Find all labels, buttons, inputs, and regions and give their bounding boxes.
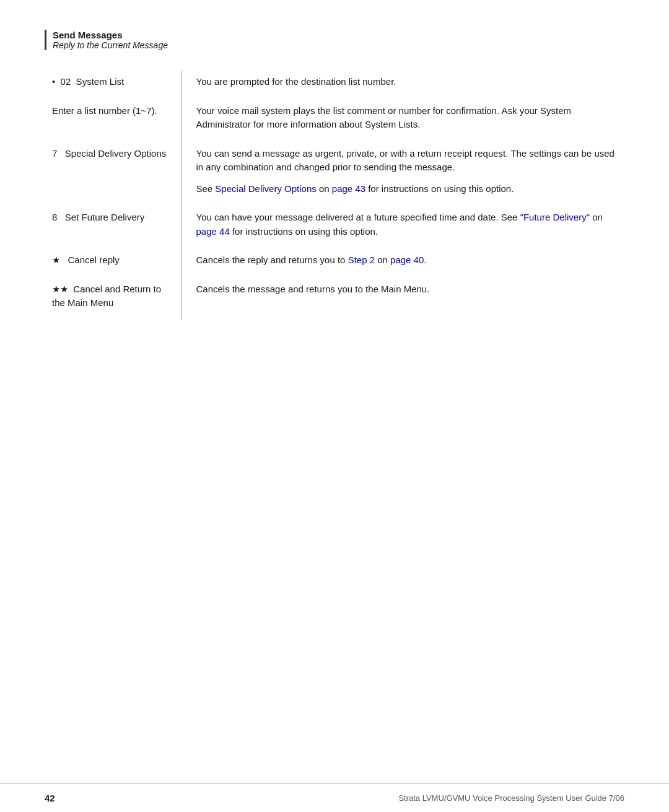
table-row: ★ Cancel reply Cancels the reply and ret… bbox=[45, 248, 624, 277]
future-delivery-label: 8 Set Future Delivery bbox=[52, 211, 168, 225]
bullet-icon: • bbox=[52, 76, 55, 87]
right-cell-system-list: You are prompted for the destination lis… bbox=[181, 70, 624, 99]
left-cell-system-list: • 02 System List bbox=[45, 70, 181, 99]
system-list-label: • 02 System List bbox=[52, 75, 168, 89]
list-number-label: Enter a list number (1~7). bbox=[52, 104, 168, 118]
right-cell-list-number: Your voice mail system plays the list co… bbox=[181, 99, 624, 142]
cancel-reply-label: ★ Cancel reply bbox=[52, 253, 168, 268]
special-delivery-desc-1: You can send a message as urgent, privat… bbox=[196, 147, 618, 175]
table-row: 7 Special Delivery Options You can send … bbox=[45, 142, 624, 206]
left-cell-list-number: Enter a list number (1~7). bbox=[45, 99, 181, 142]
left-cell-cancel-reply: ★ Cancel reply bbox=[45, 248, 181, 277]
special-delivery-options-link[interactable]: Special Delivery Options bbox=[215, 183, 316, 194]
page-40-link[interactable]: page 40 bbox=[390, 255, 424, 265]
left-cell-future-delivery: 8 Set Future Delivery bbox=[45, 206, 181, 248]
left-cell-cancel-main: ★★ Cancel and Return to the Main Menu bbox=[45, 277, 181, 320]
right-cell-cancel-main: Cancels the message and returns you to t… bbox=[181, 277, 624, 320]
special-delivery-label: 7 Special Delivery Options bbox=[52, 147, 168, 161]
table-row: • 02 System List You are prompted for th… bbox=[45, 70, 624, 99]
cancel-reply-description: Cancels the reply and returns you to Ste… bbox=[196, 255, 427, 265]
special-delivery-desc-2: See Special Delivery Options on page 43 … bbox=[196, 182, 618, 196]
page-43-link[interactable]: page 43 bbox=[332, 183, 365, 194]
content-table: • 02 System List You are prompted for th… bbox=[45, 70, 624, 320]
step2-link[interactable]: Step 2 bbox=[348, 255, 375, 265]
right-cell-special-delivery: You can send a message as urgent, privat… bbox=[181, 142, 624, 206]
header-subtitle: Reply to the Current Message bbox=[53, 40, 624, 50]
footer-page-number: 42 bbox=[45, 793, 55, 803]
page-44-link[interactable]: page 44 bbox=[196, 226, 230, 237]
left-cell-special-delivery: 7 Special Delivery Options bbox=[45, 142, 181, 206]
list-number-description: Your voice mail system plays the list co… bbox=[196, 105, 572, 130]
page-container: Send Messages Reply to the Current Messa… bbox=[0, 0, 669, 812]
footer-document-title: Strata LVMU/GVMU Voice Processing System… bbox=[398, 793, 624, 803]
future-delivery-description: You can have your message delivered at a… bbox=[196, 212, 603, 237]
table-row: 8 Set Future Delivery You can have your … bbox=[45, 206, 624, 248]
future-delivery-link[interactable]: "Future Delivery" bbox=[520, 212, 590, 222]
table-row: ★★ Cancel and Return to the Main Menu Ca… bbox=[45, 277, 624, 320]
right-cell-future-delivery: You can have your message delivered at a… bbox=[181, 206, 624, 248]
cancel-main-label: ★★ Cancel and Return to the Main Menu bbox=[52, 282, 168, 310]
header-section: Send Messages Reply to the Current Messa… bbox=[45, 30, 624, 50]
footer: 42 Strata LVMU/GVMU Voice Processing Sys… bbox=[0, 784, 669, 812]
cancel-main-description: Cancels the message and returns you to t… bbox=[196, 284, 430, 294]
right-cell-cancel-reply: Cancels the reply and returns you to Ste… bbox=[181, 248, 624, 277]
table-row: Enter a list number (1~7). Your voice ma… bbox=[45, 99, 624, 142]
system-list-description: You are prompted for the destination lis… bbox=[196, 76, 396, 87]
header-title: Send Messages bbox=[53, 30, 624, 40]
